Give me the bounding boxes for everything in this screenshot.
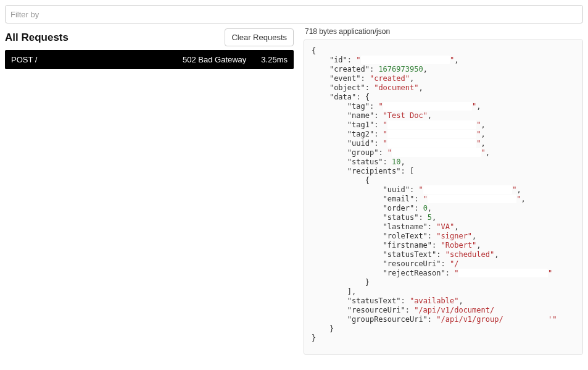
filter-input[interactable] xyxy=(5,5,583,23)
request-method-path: POST / xyxy=(11,55,183,64)
main-columns: All Requests Clear Requests POST /502 Ba… xyxy=(5,27,583,355)
response-meta: 718 bytes application/json xyxy=(305,27,583,36)
requests-panel: All Requests Clear Requests POST /502 Ba… xyxy=(5,27,294,69)
filter-bar xyxy=(5,5,583,23)
requests-list: POST /502 Bad Gateway3.25ms xyxy=(5,50,294,69)
response-body[interactable]: { "id": " ", "created": 1676973950, "eve… xyxy=(304,40,583,355)
clear-requests-button[interactable]: Clear Requests xyxy=(225,28,294,46)
request-status: 502 Bad Gateway xyxy=(183,55,246,64)
response-panel: 718 bytes application/json { "id": " ", … xyxy=(304,27,583,355)
requests-header: All Requests Clear Requests xyxy=(5,27,294,50)
request-row[interactable]: POST /502 Bad Gateway3.25ms xyxy=(5,50,294,69)
requests-title: All Requests xyxy=(5,32,68,44)
request-latency: 3.25ms xyxy=(261,55,288,64)
